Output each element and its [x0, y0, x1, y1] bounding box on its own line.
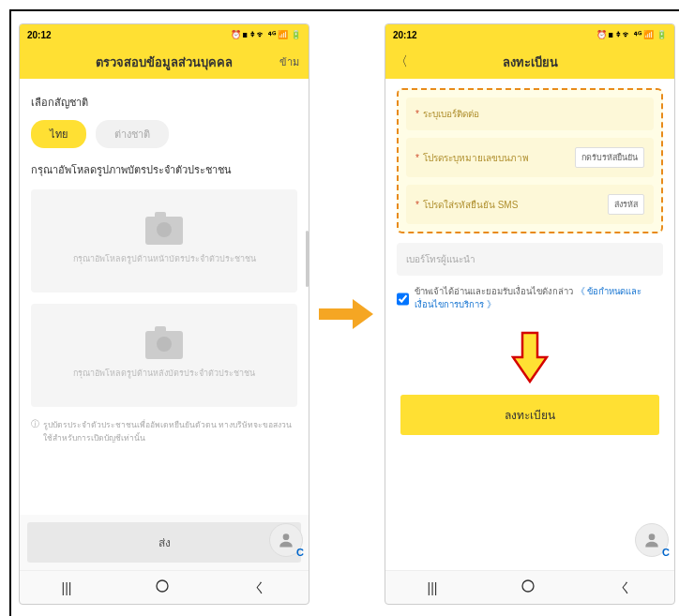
status-time: 20:12: [393, 30, 417, 40]
consent-checkbox[interactable]: [397, 286, 409, 312]
status-icons: ⏰ ▦ ≑ ᯤ ⁴ᴳ 📶 🔋: [596, 30, 667, 39]
skip-button[interactable]: ข้าม: [279, 53, 299, 70]
sms-field-label: โปรดใส่รหัสยืนยัน SMS: [423, 200, 518, 210]
scroll-indicator[interactable]: [306, 231, 309, 287]
send-code-button[interactable]: ส่งรหัส: [608, 194, 644, 215]
attention-arrow: [397, 331, 663, 383]
nationality-options: ไทย ต่างชาติ: [31, 120, 297, 148]
nav-bar: ||| く: [20, 570, 309, 604]
nav-bar: ||| く: [385, 570, 674, 604]
nav-home[interactable]: [155, 578, 170, 596]
nationality-thai[interactable]: ไทย: [31, 120, 86, 148]
svg-point-0: [283, 533, 290, 540]
get-code-button[interactable]: กดรับรหัสยืนยัน: [575, 147, 644, 168]
page-title: ลงทะเบียน: [503, 53, 558, 72]
consent-text-label: ข้าพเจ้าได้อ่านและยอมรับเงื่อนไขดังกล่าว: [415, 286, 573, 296]
svg-marker-4: [513, 333, 547, 382]
highlighted-fields: *ระบุเบอร์ติดต่อ *โปรดระบุหมายเลขบนภาพ ก…: [397, 88, 663, 233]
svg-point-5: [649, 533, 656, 540]
nav-home[interactable]: [521, 578, 536, 596]
register-button[interactable]: ลงทะเบียน: [400, 395, 659, 435]
chat-badge: C: [662, 547, 670, 558]
app-bar-right: 〈 ลงทะเบียน: [385, 45, 674, 79]
phone-field-label: ระบุเบอร์ติดต่อ: [423, 109, 479, 119]
content-left: เลือกสัญชาติ ไทย ต่างชาติ กรุณาอัพโหลดรู…: [20, 79, 309, 515]
camera-icon: [145, 217, 183, 245]
camera-icon: [145, 331, 183, 359]
status-bar: 20:12 ⏰ ▦ ≑ ᯤ ⁴ᴳ 📶 🔋: [20, 24, 309, 45]
content-right: *ระบุเบอร์ติดต่อ *โปรดระบุหมายเลขบนภาพ ก…: [385, 79, 674, 570]
consent-row: ข้าพเจ้าได้อ่านและยอมรับเงื่อนไขดังกล่าว…: [397, 285, 663, 312]
consent-text: ข้าพเจ้าได้อ่านและยอมรับเงื่อนไขดังกล่าว…: [415, 285, 663, 312]
phone-left: 20:12 ⏰ ▦ ≑ ᯤ ⁴ᴳ 📶 🔋 ตรวจสอบข้อมูลส่วนบุ…: [19, 23, 309, 605]
svg-marker-3: [353, 299, 373, 329]
upload-back-caption: กรุณาอัพโหลดรูปด้านหลังบัตรประจำตัวประชา…: [73, 367, 255, 380]
app-bar-left: ตรวจสอบข้อมูลส่วนบุคคล ข้าม: [20, 45, 309, 79]
upload-front-caption: กรุณาอัพโหลดรูปด้านหน้าบัตรประจำตัวประชา…: [73, 252, 256, 265]
nationality-foreign[interactable]: ต่างชาติ: [96, 120, 169, 148]
info-text-content: รูปบัตรประจำตัวประชาชนเพื่ออัพเดทยืนยันต…: [43, 418, 297, 444]
upload-back[interactable]: กรุณาอัพโหลดรูปด้านหลังบัตรประจำตัวประชา…: [31, 304, 297, 407]
back-button[interactable]: 〈: [395, 53, 408, 70]
status-icons: ⏰ ▦ ≑ ᯤ ⁴ᴳ 📶 🔋: [231, 30, 301, 39]
phone-field[interactable]: *ระบุเบอร์ติดต่อ: [406, 98, 654, 130]
svg-point-6: [522, 580, 534, 592]
status-time: 20:12: [27, 30, 52, 40]
svg-rect-2: [319, 308, 353, 320]
nav-back[interactable]: く: [253, 579, 266, 596]
svg-point-1: [157, 580, 168, 592]
nav-recent[interactable]: |||: [62, 580, 72, 595]
phone-right: 20:12 ⏰ ▦ ≑ ᯤ ⁴ᴳ 📶 🔋 〈 ลงทะเบียน *ระบุเบ…: [385, 23, 675, 605]
page-title: ตรวจสอบข้อมูลส่วนบุคคล: [96, 53, 233, 72]
flow-arrow: [319, 295, 375, 333]
upload-section-label: กรุณาอัพโหลดรูปภาพบัตรประจำตัวประชาชน: [31, 161, 297, 178]
nationality-label: เลือกสัญชาติ: [31, 94, 297, 111]
captcha-field[interactable]: *โปรดระบุหมายเลขบนภาพ กดรับรหัสยืนยัน: [406, 138, 654, 177]
captcha-field-label: โปรดระบุหมายเลขบนภาพ: [423, 153, 529, 163]
upload-front[interactable]: กรุณาอัพโหลดรูปด้านหน้าบัตรประจำตัวประชา…: [31, 189, 297, 293]
submit-button[interactable]: ส่ง: [27, 522, 301, 563]
nav-recent[interactable]: |||: [428, 580, 438, 595]
nav-back[interactable]: く: [619, 579, 632, 596]
info-icon: ⓘ: [31, 418, 39, 444]
chat-badge: C: [296, 547, 304, 558]
referrer-field[interactable]: เบอร์โทรผู้แนะนำ: [397, 243, 663, 276]
chat-avatar[interactable]: C: [269, 523, 303, 557]
sms-field[interactable]: *โปรดใส่รหัสยืนยัน SMS ส่งรหัส: [406, 185, 654, 224]
status-bar: 20:12 ⏰ ▦ ≑ ᯤ ⁴ᴳ 📶 🔋: [385, 24, 674, 45]
chat-avatar[interactable]: C: [635, 523, 669, 557]
info-text: ⓘ รูปบัตรประจำตัวประชาชนเพื่ออัพเดทยืนยั…: [31, 418, 297, 444]
